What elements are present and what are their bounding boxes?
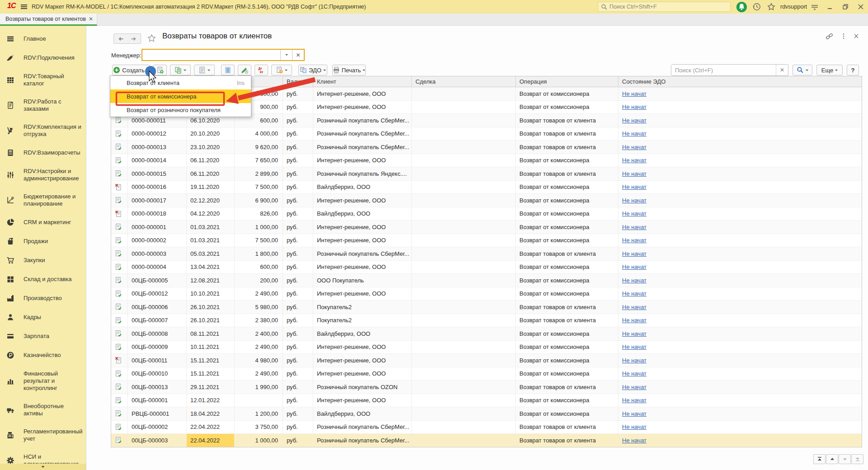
sidebar-item-main[interactable]: Главное bbox=[0, 29, 86, 48]
favorite-star-icon[interactable] bbox=[147, 34, 156, 42]
table-row[interactable]: 0000-00001804.12.2020826,00руб.Вайлдберр… bbox=[111, 207, 862, 221]
table-row[interactable]: 00ЦБ-00000910.11.20212 490,00руб.Интерне… bbox=[111, 341, 862, 354]
close-form-button[interactable] bbox=[851, 31, 861, 41]
table-row[interactable]: 0000-00000201.03.20217 500,00руб.Интерне… bbox=[111, 234, 862, 248]
table-row[interactable]: 00ЦБ-00001329.11.20211 990,00руб.Розничн… bbox=[111, 381, 862, 394]
table-row[interactable]: 0000-00000413.04.2021600,00руб.Интернет-… bbox=[111, 261, 862, 274]
sidebar-item-production[interactable]: Производство bbox=[0, 289, 86, 308]
edo-status-link[interactable]: Не начат bbox=[622, 277, 646, 284]
edo-status-link[interactable]: Не начат bbox=[622, 144, 646, 150]
create-based-on-button[interactable] bbox=[271, 65, 292, 75]
manager-dropdown-button[interactable] bbox=[280, 50, 292, 60]
edo-status-link[interactable]: Не начат bbox=[622, 343, 646, 350]
sidebar-item-treasury[interactable]: Казначейство bbox=[0, 346, 86, 365]
tab-close-icon[interactable]: ✕ bbox=[89, 16, 93, 22]
sidebar-item-warehouse[interactable]: Склад и доставка bbox=[0, 270, 86, 289]
sidebar-item-rdv-shipping[interactable]: RDV:Комплектация и отгрузка bbox=[0, 118, 86, 143]
global-search-input[interactable] bbox=[608, 4, 730, 10]
restore-button[interactable] bbox=[840, 1, 851, 12]
service-menu-button[interactable] bbox=[809, 1, 820, 12]
menu-item[interactable]: Возврат от комиссионера bbox=[110, 89, 251, 103]
back-button[interactable] bbox=[113, 33, 127, 44]
table-row[interactable]: 00ЦБ-00000726.10.20212 380,00руб.Покупат… bbox=[111, 314, 862, 328]
table-row[interactable]: 00ЦБ-00000626.10.20215 980,00руб.Покупат… bbox=[111, 301, 862, 314]
sidebar-scroll-down-button[interactable] bbox=[0, 464, 86, 470]
edo-status-link[interactable]: Не начат bbox=[622, 250, 646, 257]
sidebar-item-regulated[interactable]: Регламентированный учет bbox=[0, 423, 86, 448]
sidebar-item-rdv-settlements[interactable]: RDV:Взаиморасчеты bbox=[0, 143, 86, 162]
column-header-5[interactable]: Клиент bbox=[313, 76, 412, 87]
menu-item[interactable]: Возврат от клиентаIns bbox=[110, 76, 251, 89]
manager-clear-button[interactable]: ✕ bbox=[292, 50, 304, 60]
edo-status-link[interactable]: Не начат bbox=[622, 103, 646, 110]
edo-status-link[interactable]: Не начат bbox=[622, 423, 646, 430]
go-to-top-button[interactable] bbox=[813, 454, 826, 464]
help-button[interactable]: ? bbox=[847, 65, 859, 75]
table-row[interactable]: 00ЦБ-00001115.11.20214 980,00руб.Интерне… bbox=[111, 354, 862, 367]
edo-status-link[interactable]: Не начат bbox=[622, 357, 646, 364]
edo-status-link[interactable]: Не начат bbox=[622, 370, 646, 377]
go-to-bottom-button[interactable] bbox=[851, 454, 863, 464]
more-actions-button[interactable]: Еще bbox=[816, 65, 843, 75]
column-header-4[interactable]: Валюта bbox=[283, 76, 313, 87]
minimize-button[interactable] bbox=[825, 1, 835, 12]
manager-filter-field[interactable]: ✕ bbox=[142, 49, 305, 61]
sidebar-item-crm[interactable]: CRM и маркетинг bbox=[0, 213, 86, 232]
register-records-button[interactable] bbox=[221, 65, 235, 75]
document-actions-button[interactable] bbox=[194, 65, 215, 75]
current-user[interactable]: rdvsupport bbox=[780, 0, 807, 14]
table-row[interactable]: 0000-00001619.11.20207 500,00руб.Вайлдбе… bbox=[111, 181, 862, 194]
table-row[interactable]: 0000-00001323.10.20209 620,00руб.Розничн… bbox=[111, 141, 862, 154]
table-row[interactable]: 0000-00001406.11.20207 650,00руб.Интерне… bbox=[111, 154, 862, 168]
sidebar-item-hr[interactable]: Кадры bbox=[0, 308, 86, 327]
edo-status-link[interactable]: Не начат bbox=[622, 330, 646, 337]
table-row[interactable]: 0000-00001506.11.20202 899,00руб.Розничн… bbox=[111, 167, 862, 181]
sidebar-item-purchases[interactable]: Закупки bbox=[0, 251, 86, 270]
tab-returns-from-customers[interactable]: Возвраты товаров от клиентов ✕ bbox=[0, 14, 97, 26]
post-document-button[interactable] bbox=[238, 65, 251, 75]
table-row[interactable]: 0000-00001702.12.20206 900,00руб.Интерне… bbox=[111, 194, 862, 207]
sidebar-item-assets[interactable]: Внеоборотные активы bbox=[0, 397, 86, 423]
column-header-7[interactable]: Операция bbox=[516, 76, 618, 87]
create-new-document-button[interactable] bbox=[153, 65, 167, 75]
table-row[interactable]: 0000-00000305.03.20211 800,00руб.Розничн… bbox=[111, 247, 862, 261]
menu-item[interactable]: Возврат от розничного покупателя bbox=[110, 103, 251, 117]
print-button[interactable]: Печать bbox=[332, 65, 366, 75]
table-row[interactable]: РВЦБ-00000118.04.20221 200,00руб.Вайлдбе… bbox=[111, 407, 862, 421]
table-row[interactable]: 0000-00000101.03.20211 000,00руб.Интерне… bbox=[111, 221, 862, 234]
edo-status-link[interactable]: Не начат bbox=[622, 237, 646, 244]
edo-status-link[interactable]: Не начат bbox=[622, 410, 646, 417]
edo-status-link[interactable]: Не начат bbox=[622, 157, 646, 164]
form-more-menu-button[interactable] bbox=[839, 31, 849, 41]
table-row[interactable]: 00ЦБ-00000222.04.20223 750,00руб.Розничн… bbox=[111, 421, 862, 434]
edo-status-link[interactable]: Не начат bbox=[622, 210, 646, 217]
dt-kt-postings-button[interactable]: ДтКт bbox=[255, 65, 268, 75]
list-search-input[interactable] bbox=[671, 65, 776, 75]
edo-status-link[interactable]: Не начат bbox=[622, 384, 646, 390]
sidebar-item-sales[interactable]: Продажи bbox=[0, 232, 86, 251]
edo-status-link[interactable]: Не начат bbox=[622, 197, 646, 204]
edo-status-link[interactable]: Не начат bbox=[622, 170, 646, 177]
page-down-button[interactable] bbox=[839, 454, 851, 464]
edo-status-link[interactable]: Не начат bbox=[622, 317, 646, 324]
notifications-button[interactable] bbox=[736, 1, 747, 12]
forward-button[interactable] bbox=[127, 33, 141, 44]
table-row[interactable]: 00ЦБ-00000512.08.2021200,00руб.ООО Покуп… bbox=[111, 274, 862, 287]
sidebar-item-rdv-orders[interactable]: RDV:Работа с заказами bbox=[0, 93, 86, 118]
edo-status-link[interactable]: Не начат bbox=[622, 90, 646, 97]
list-search-clear-icon[interactable]: ✕ bbox=[776, 65, 788, 75]
table-row[interactable]: 00ЦБ-00001015.11.20212 490,00руб.Интерне… bbox=[111, 367, 862, 381]
column-header-8[interactable]: Состояние ЭДО bbox=[618, 76, 862, 87]
sidebar-item-rdv-catalog[interactable]: RDV:Товарный каталог bbox=[0, 67, 86, 93]
sidebar-item-finance[interactable]: Финансовый результат и контроллинг bbox=[0, 365, 86, 397]
get-link-button[interactable] bbox=[824, 31, 834, 41]
column-header-6[interactable]: Сделка bbox=[412, 76, 516, 87]
table-row[interactable]: 00ЦБ-00000112.01.2022руб.Интернет-решени… bbox=[111, 394, 862, 408]
sidebar-item-budgeting[interactable]: Бюджетирование и планирование bbox=[0, 188, 86, 213]
edo-status-link[interactable]: Не начат bbox=[622, 263, 646, 270]
edo-button[interactable]: ЭДО bbox=[298, 65, 327, 75]
close-window-button[interactable] bbox=[855, 1, 866, 12]
global-search-box[interactable] bbox=[598, 2, 731, 12]
list-search-field[interactable]: ✕ bbox=[671, 64, 788, 76]
sidebar-item-rdv-settings[interactable]: RDV:Настройки и администрирование bbox=[0, 162, 86, 188]
